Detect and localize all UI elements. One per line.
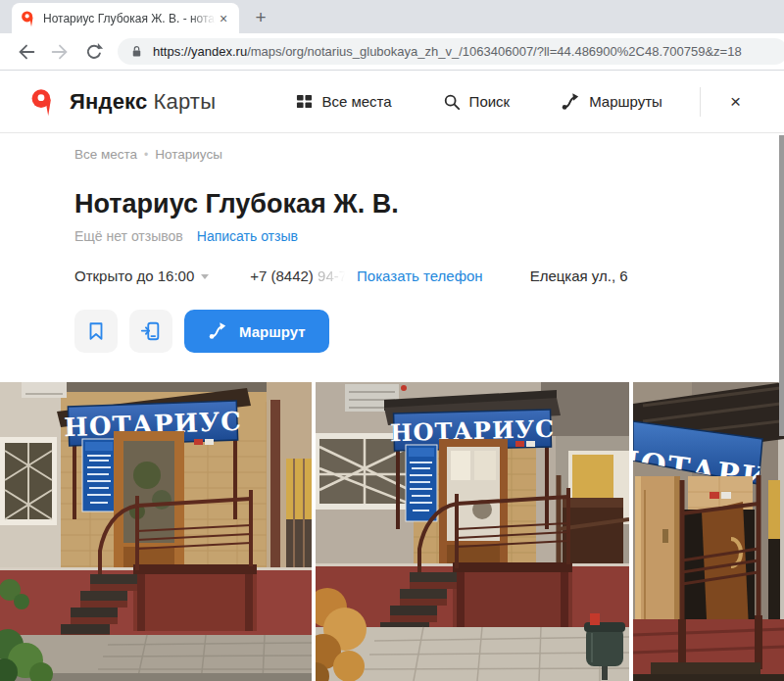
browser-tab[interactable]: Нотариус Глубокая Ж. В. - нотари × [12, 3, 239, 33]
open-hours[interactable]: Открыто до 16:00 [74, 268, 209, 284]
route-icon [561, 92, 580, 112]
photo-entrance-3[interactable]: НОТАРИУС [633, 382, 784, 681]
header-nav: Все места Поиск Маршруты × [270, 85, 755, 119]
reload-icon[interactable] [81, 40, 105, 64]
nav-routes[interactable]: Маршруты [561, 92, 662, 112]
brand-yandex: Яндекс [70, 89, 147, 114]
yandex-maps-favicon-icon [20, 10, 35, 27]
share-to-phone-button[interactable] [129, 310, 172, 353]
tab-strip: Нотариус Глубокая Ж. В. - нотари × + [0, 0, 784, 33]
brand-maps: Карты [153, 89, 216, 114]
breadcrumb-separator: • [144, 148, 148, 162]
back-icon[interactable] [15, 40, 38, 64]
write-review-link[interactable]: Написать отзыв [197, 228, 298, 244]
info-plaque [406, 445, 437, 521]
place-card: Все места • Нотариусы Нотариус Глубокая … [0, 147, 784, 353]
phone-visible: +7 (8442) [250, 268, 314, 284]
search-icon [443, 93, 461, 111]
address: Елецкая ул., 6 [530, 268, 628, 284]
window-grille [0, 437, 57, 525]
browser-toolbar: https://yandex.ru/maps/org/notarius_glub… [0, 33, 784, 71]
info-row: Открыто до 16:00 +7 (8442) 94-7 Показать… [74, 268, 784, 284]
breadcrumb: Все места • Нотариусы [74, 147, 784, 162]
reviews-row: Ещё нет отзывов Написать отзыв [74, 228, 784, 244]
page-title: Нотариус Глубокая Ж. В. [74, 187, 784, 220]
nav-routes-label: Маршруты [589, 93, 662, 110]
breadcrumb-all-places[interactable]: Все места [74, 147, 137, 162]
phone-masked: 94-7 [318, 268, 347, 284]
url-text: https://yandex.ru/maps/org/notarius_glub… [153, 44, 742, 59]
brand-text: ЯндексКарты [70, 89, 216, 115]
url-bar[interactable]: https://yandex.ru/maps/org/notarius_glub… [118, 38, 784, 65]
nav-search-label: Поиск [469, 93, 511, 110]
header-close-icon[interactable]: × [705, 85, 755, 119]
new-tab-button[interactable]: + [247, 4, 274, 31]
route-button-label: Маршрут [239, 323, 306, 340]
show-phone-link[interactable]: Показать телефон [357, 268, 483, 284]
grid-icon [296, 93, 313, 110]
yandex-maps-logo[interactable]: ЯндексКарты [29, 87, 216, 117]
info-plaque [82, 439, 116, 511]
url-domain: https://yandex.ru [153, 44, 247, 59]
phone-number: +7 (8442) 94-7 [250, 268, 347, 284]
nav-all-places-label: Все места [321, 93, 391, 110]
scrollbar-thumb[interactable] [779, 135, 784, 436]
open-hours-label: Открыто до 16:00 [74, 268, 194, 284]
actions-row: Маршрут [74, 310, 784, 353]
nav-all-places[interactable]: Все места [296, 93, 391, 110]
reviews-status: Ещё нет отзывов [74, 228, 183, 244]
route-button-icon [208, 321, 227, 341]
bookmark-button[interactable] [74, 310, 118, 353]
photo-gallery: НОТАРИУС [0, 382, 784, 681]
chevron-down-icon [201, 274, 209, 279]
header-divider [700, 87, 701, 117]
nav-search[interactable]: Поиск [443, 93, 511, 111]
photo-entrance-2[interactable]: НОТАРИУС [316, 382, 629, 681]
bookmark-icon [85, 320, 107, 342]
tab-close-icon[interactable]: × [216, 11, 231, 26]
yandex-maps-header: ЯндексКарты Все места Поиск [0, 71, 784, 133]
photo-entrance-1[interactable]: НОТАРИУС [0, 382, 312, 681]
browser-window: Нотариус Глубокая Ж. В. - нотари × + htt… [0, 0, 784, 681]
route-button[interactable]: Маршрут [184, 310, 329, 353]
url-path: /maps/org/notarius_glubokaya_zh_v_/10634… [247, 44, 742, 59]
forward-icon[interactable] [48, 40, 72, 64]
yandex-pin-icon [29, 87, 54, 117]
send-to-phone-icon [140, 320, 162, 342]
https-lock-icon [129, 44, 144, 59]
tab-title: Нотариус Глубокая Ж. В. - нотари [43, 12, 216, 25]
breadcrumb-notaries[interactable]: Нотариусы [155, 147, 222, 162]
